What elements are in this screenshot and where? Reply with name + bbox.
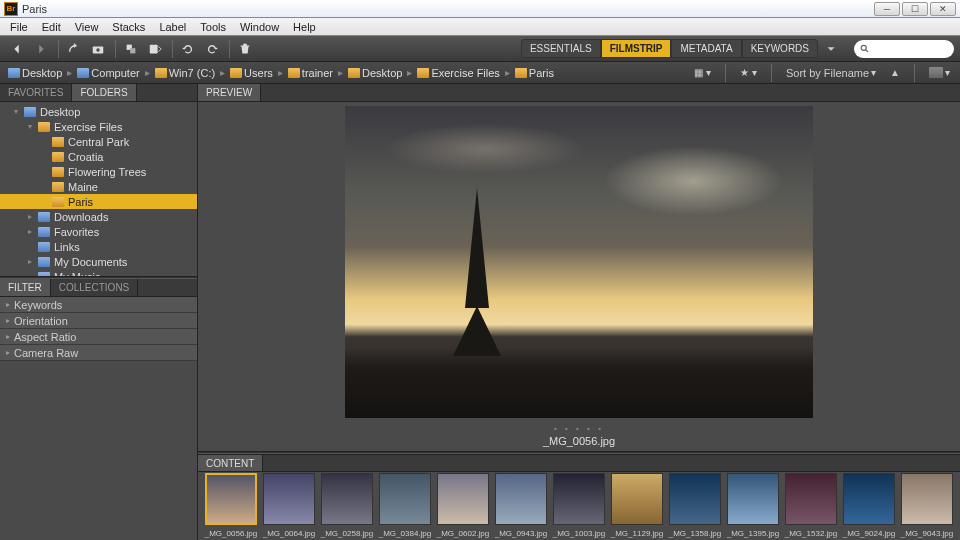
workspace-filmstrip[interactable]: FILMSTRIP [601, 39, 672, 58]
filter-orientation[interactable]: ▸Orientation [0, 313, 197, 329]
breadcrumb-users[interactable]: Users [228, 67, 275, 79]
menu-edit[interactable]: Edit [36, 19, 67, 35]
forward-button[interactable] [30, 39, 52, 59]
filter-label: Camera Raw [14, 347, 78, 359]
thumbnail-image [437, 473, 489, 525]
thumbnail[interactable]: _MG_1532.jpg [784, 473, 838, 538]
thumbnail-label: _MG_9043.jpg [900, 529, 954, 538]
minimize-button[interactable]: ─ [874, 2, 900, 16]
filter-star-icon[interactable]: ★ ▾ [736, 65, 761, 80]
thumbnail[interactable]: _MG_1003.jpg [552, 473, 606, 538]
close-button[interactable]: ✕ [930, 2, 956, 16]
tab-collections[interactable]: COLLECTIONS [51, 279, 139, 296]
filter-keywords[interactable]: ▸Keywords [0, 297, 197, 313]
sort-menu[interactable]: Sort by Filename ▾ [782, 65, 880, 81]
rotate-cw-icon[interactable] [201, 39, 223, 59]
folder-icon [38, 122, 50, 132]
menu-stacks[interactable]: Stacks [106, 19, 151, 35]
new-folder-icon[interactable]: ▾ [925, 65, 954, 80]
tree-item-links[interactable]: Links [0, 239, 197, 254]
tree-item-my-music[interactable]: My Music [0, 269, 197, 276]
tab-filter[interactable]: FILTER [0, 279, 51, 296]
tab-preview[interactable]: PREVIEW [198, 84, 261, 101]
menu-help[interactable]: Help [287, 19, 322, 35]
thumbnail-image [785, 473, 837, 525]
thumbnail-image [611, 473, 663, 525]
tree-item-paris[interactable]: Paris [0, 194, 197, 209]
thumbnail-image [205, 473, 257, 525]
sort-direction-icon[interactable]: ▲ [886, 65, 904, 80]
disclosure-icon: ▸ [28, 227, 38, 236]
open-app-icon[interactable] [144, 39, 166, 59]
tree-item-favorites[interactable]: ▸Favorites [0, 224, 197, 239]
breadcrumb-desktop[interactable]: Desktop [6, 67, 64, 79]
trash-icon[interactable] [234, 39, 256, 59]
thumbnail[interactable]: _MG_0258.jpg [320, 473, 374, 538]
menu-view[interactable]: View [69, 19, 105, 35]
breadcrumb-label: Computer [91, 67, 139, 79]
breadcrumb-paris[interactable]: Paris [513, 67, 556, 79]
rotate-ccw-icon[interactable] [177, 39, 199, 59]
thumbnail[interactable]: _MG_1358.jpg [668, 473, 722, 538]
tree-item-my-documents[interactable]: ▸My Documents [0, 254, 197, 269]
thumbnail[interactable]: _MG_0384.jpg [378, 473, 432, 538]
folder-icon [52, 167, 64, 177]
tree-item-flowering-trees[interactable]: Flowering Trees [0, 164, 197, 179]
filter-aspect-ratio[interactable]: ▸Aspect Ratio [0, 329, 197, 345]
thumbnail[interactable]: _MG_9024.jpg [842, 473, 896, 538]
breadcrumb-desktop[interactable]: Desktop [346, 67, 404, 79]
thumbnail[interactable]: _MG_1395.jpg [726, 473, 780, 538]
menu-window[interactable]: Window [234, 19, 285, 35]
menu-label[interactable]: Label [153, 19, 192, 35]
thumbnail-label: _MG_1129.jpg [610, 529, 664, 538]
filter-camera-raw[interactable]: ▸Camera Raw [0, 345, 197, 361]
breadcrumb-win7-c-[interactable]: Win7 (C:) [153, 67, 217, 79]
tab-favorites[interactable]: FAVORITES [0, 84, 72, 101]
camera-download-icon[interactable] [87, 39, 109, 59]
thumbnail[interactable]: _MG_0943.jpg [494, 473, 548, 538]
thumbnail[interactable]: _MG_1129.jpg [610, 473, 664, 538]
tree-item-maine[interactable]: Maine [0, 179, 197, 194]
breadcrumb-trainer[interactable]: trainer [286, 67, 335, 79]
back-button[interactable] [6, 39, 28, 59]
workspace-metadata[interactable]: METADATA [671, 39, 741, 58]
tree-item-central-park[interactable]: Central Park [0, 134, 197, 149]
thumbnail-label: _MG_0258.jpg [320, 529, 374, 538]
search-input[interactable] [854, 40, 954, 58]
folder-icon [515, 68, 527, 78]
folder-icon [348, 68, 360, 78]
workspace-keywords[interactable]: KEYWORDS [742, 39, 818, 58]
tab-content[interactable]: CONTENT [198, 455, 263, 471]
folder-icon [52, 197, 64, 207]
refine-icon[interactable] [120, 39, 142, 59]
filmstrip: _MG_0056.jpg_MG_0064.jpg_MG_0258.jpg_MG_… [198, 472, 960, 540]
tab-folders[interactable]: FOLDERS [72, 84, 136, 101]
thumbnail-image [321, 473, 373, 525]
workspace-essentials[interactable]: ESSENTIALS [521, 39, 601, 58]
folder-icon [24, 107, 36, 117]
thumbnail[interactable]: _MG_0064.jpg [262, 473, 316, 538]
tree-item-label: Exercise Files [54, 121, 122, 133]
breadcrumb-computer[interactable]: Computer [75, 67, 141, 79]
tree-item-exercise-files[interactable]: ▾Exercise Files [0, 119, 197, 134]
thumbnail[interactable]: _MG_0602.jpg [436, 473, 490, 538]
menu-tools[interactable]: Tools [194, 19, 232, 35]
folder-icon [77, 68, 89, 78]
filter-panel: ▸Keywords▸Orientation▸Aspect Ratio▸Camer… [0, 297, 197, 540]
breadcrumb-exercise-files[interactable]: Exercise Files [415, 67, 501, 79]
workspace-menu-icon[interactable] [820, 39, 842, 59]
tree-item-desktop[interactable]: ▾Desktop [0, 104, 197, 119]
svg-rect-4 [150, 44, 158, 53]
view-grid-icon[interactable]: ▦ ▾ [690, 65, 715, 80]
tree-item-croatia[interactable]: Croatia [0, 149, 197, 164]
preview-image[interactable] [345, 106, 813, 418]
thumbnail[interactable]: _MG_9043.jpg [900, 473, 954, 538]
thumbnail-image [495, 473, 547, 525]
thumbnail[interactable]: _MG_0056.jpg [204, 473, 258, 538]
maximize-button[interactable]: ☐ [902, 2, 928, 16]
menu-file[interactable]: File [4, 19, 34, 35]
tree-item-downloads[interactable]: ▸Downloads [0, 209, 197, 224]
svg-rect-3 [130, 48, 135, 53]
boomerang-icon[interactable] [63, 39, 85, 59]
window-titlebar: Br Paris ─ ☐ ✕ [0, 0, 960, 18]
